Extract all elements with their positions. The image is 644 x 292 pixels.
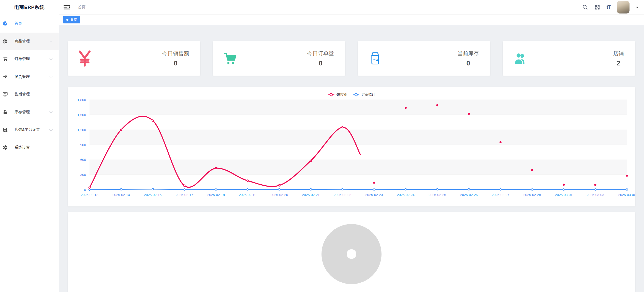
sidebar-item-label: 售后管理: [14, 92, 30, 97]
erp-dashboard-screen: 电商ERP系统 首页 商品管理 订单管理: [0, 0, 644, 292]
svg-text:2025-02-27: 2025-02-27: [492, 193, 509, 197]
svg-text:2025-02-17: 2025-02-17: [175, 193, 193, 197]
disk-gear-icon: [3, 127, 8, 132]
svg-text:600: 600: [80, 158, 86, 162]
sidebar-item-system-settings[interactable]: 系统设置: [0, 139, 59, 157]
gear-icon: [3, 145, 8, 150]
sidebar-item-products[interactable]: 商品管理: [0, 33, 59, 50]
dashboard-icon: [3, 21, 8, 26]
globe-icon: [3, 39, 8, 44]
svg-text:2025-02-24: 2025-02-24: [397, 193, 415, 197]
stat-cards-row: 今日销售额 0 今日订单量 0 当前库存 0: [68, 41, 635, 76]
chevron-down-icon: [49, 145, 53, 149]
stat-card-orders-today: 今日订单量 0: [213, 41, 345, 76]
svg-text:1,500: 1,500: [77, 113, 86, 117]
caret-down-icon[interactable]: [636, 7, 638, 9]
stat-label: 今日订单量: [307, 50, 334, 57]
tab-bar: 首页: [59, 15, 644, 25]
svg-text:2025-02-18: 2025-02-18: [207, 193, 225, 197]
svg-text:2025-02-25: 2025-02-25: [429, 193, 446, 197]
stat-label: 今日销售额: [162, 50, 189, 57]
svg-text:2025-02-15: 2025-02-15: [144, 193, 162, 197]
lock-icon: [3, 110, 8, 115]
sidebar-item-label: 发货管理: [14, 74, 30, 79]
sales-orders-line-chart[interactable]: 03006009001,2001,5001,8002025-02-132025-…: [68, 87, 635, 206]
inventory-box-icon: [368, 51, 382, 66]
stat-value: 2: [617, 59, 620, 67]
svg-text:2025-02-26: 2025-02-26: [460, 193, 478, 197]
svg-text:2025-02-21: 2025-02-21: [302, 193, 320, 197]
app-title: 电商ERP系统: [0, 0, 59, 15]
svg-text:2025-03-03: 2025-03-03: [587, 193, 604, 197]
svg-text:2025-02-22: 2025-02-22: [334, 193, 351, 197]
legend-line-marker-icon: [353, 93, 359, 96]
svg-text:2025-02-28: 2025-02-28: [523, 193, 541, 197]
svg-text:0: 0: [84, 188, 86, 192]
users-icon: [513, 51, 527, 66]
navbar-actions: tT: [582, 1, 638, 13]
sidebar-item-shipping[interactable]: 发货管理: [0, 68, 59, 86]
yen-icon: [78, 50, 91, 67]
chevron-down-icon: [49, 128, 53, 131]
svg-text:2025-03-04: 2025-03-04: [618, 193, 635, 197]
tab-active-dot-icon: [66, 19, 68, 21]
svg-text:1,800: 1,800: [77, 98, 86, 102]
sales-orders-chart-card: 销售额 订单统计 03006009001,2001,5001,8002025-0…: [68, 87, 635, 206]
chevron-down-icon: [49, 57, 53, 60]
stat-label: 当前库存: [458, 50, 479, 57]
sidebar-item-label: 商品管理: [14, 39, 30, 44]
svg-text:2025-02-19: 2025-02-19: [239, 193, 256, 197]
pie-chart-card: [68, 212, 635, 292]
sidebar: 电商ERP系统 首页 商品管理 订单管理: [0, 0, 59, 292]
sidebar-menu: 首页 商品管理 订单管理 发货管理: [0, 15, 59, 156]
stat-value: 0: [174, 59, 177, 67]
svg-text:2025-02-13: 2025-02-13: [81, 193, 98, 197]
monitor-chart-icon: [3, 92, 8, 97]
svg-text:2025-02-23: 2025-02-23: [365, 193, 383, 197]
svg-text:300: 300: [80, 173, 86, 177]
chevron-down-icon: [49, 39, 53, 43]
cart-icon: [3, 57, 8, 61]
stat-card-shops: 店铺 2: [503, 41, 635, 76]
sidebar-item-label: 订单管理: [14, 57, 30, 61]
tab-label: 首页: [70, 18, 77, 22]
stat-card-current-inventory: 当前库存 0: [358, 41, 490, 76]
fullscreen-icon[interactable]: [594, 4, 600, 10]
legend-line-marker-icon: [328, 93, 334, 96]
svg-text:2025-02-20: 2025-02-20: [270, 193, 288, 197]
send-icon: [3, 74, 8, 79]
sidebar-item-label: 店铺&平台设置: [14, 127, 40, 132]
svg-text:2025-03-01: 2025-03-01: [555, 193, 573, 197]
legend-label: 销售额: [336, 92, 347, 97]
svg-text:2025-02-14: 2025-02-14: [112, 193, 130, 197]
legend-item-orders[interactable]: 订单统计: [353, 92, 375, 97]
stat-value: 0: [466, 59, 470, 67]
chevron-down-icon: [49, 92, 53, 96]
sidebar-item-aftersales[interactable]: 售后管理: [0, 86, 59, 103]
breadcrumb[interactable]: 首页: [78, 5, 85, 10]
chevron-down-icon: [49, 110, 53, 113]
search-icon[interactable]: [582, 4, 588, 10]
svg-text:1,200: 1,200: [77, 128, 86, 132]
sidebar-item-label: 系统设置: [14, 145, 30, 150]
sidebar-item-orders[interactable]: 订单管理: [0, 50, 59, 68]
legend-item-sales[interactable]: 销售额: [328, 92, 347, 97]
chevron-down-icon: [49, 75, 53, 78]
user-avatar[interactable]: [617, 1, 630, 13]
chart-legend: 销售额 订单统计: [68, 92, 635, 97]
sidebar-item-inventory[interactable]: 库存管理: [0, 103, 59, 121]
stat-card-sales-today: 今日销售额 0: [68, 41, 200, 76]
donut-chart-placeholder: [321, 224, 382, 284]
legend-label: 订单统计: [361, 92, 375, 97]
sidebar-item-label: 首页: [14, 21, 22, 26]
sidebar-item-label: 库存管理: [14, 110, 30, 115]
svg-text:900: 900: [80, 143, 86, 147]
sidebar-item-home[interactable]: 首页: [0, 15, 59, 33]
sidebar-item-shop-platform-settings[interactable]: 店铺&平台设置: [0, 121, 59, 139]
stat-label: 店铺: [613, 50, 624, 57]
shopping-cart-icon: [223, 51, 237, 66]
tab-home[interactable]: 首页: [63, 16, 80, 23]
top-navbar: 首页 tT: [59, 0, 644, 15]
collapse-menu-icon[interactable]: [64, 4, 70, 10]
font-size-icon[interactable]: tT: [607, 5, 610, 10]
